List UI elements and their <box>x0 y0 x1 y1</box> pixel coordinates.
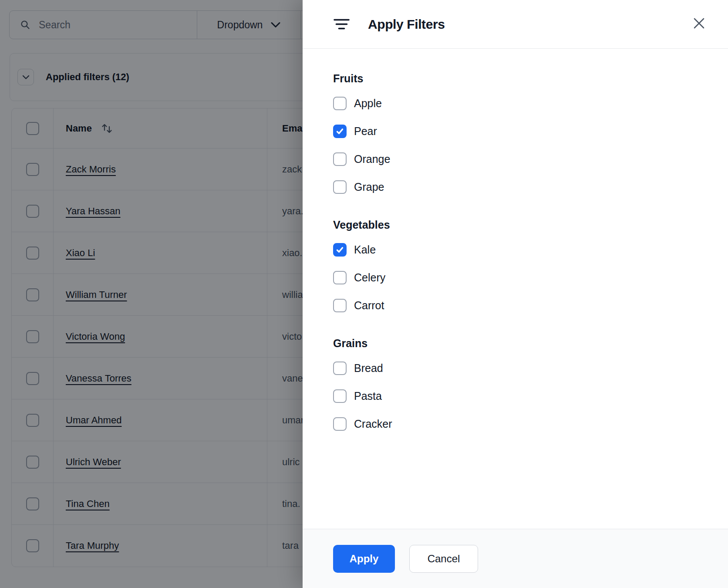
filter-option[interactable]: Pasta <box>333 387 698 405</box>
panel-body: Fruits Apple Pear Orange Grape <box>303 49 728 443</box>
filter-option-label: Carrot <box>354 299 384 312</box>
filter-option-label: Orange <box>354 153 390 166</box>
filter-option[interactable]: Grape <box>333 178 698 196</box>
checkbox[interactable] <box>333 299 347 312</box>
checkbox[interactable] <box>333 180 347 194</box>
filter-option-label: Cracker <box>354 418 392 430</box>
filter-option[interactable]: Celery <box>333 269 698 286</box>
checkmark-icon <box>336 127 344 135</box>
checkbox[interactable] <box>333 362 347 375</box>
checkbox[interactable] <box>333 152 347 166</box>
panel-header: Apply Filters <box>303 0 728 49</box>
cancel-button[interactable]: Cancel <box>409 545 478 573</box>
filter-option[interactable]: Pear <box>333 122 698 140</box>
filter-option-label: Grape <box>354 181 384 193</box>
filter-option[interactable]: Orange <box>333 150 698 168</box>
filter-group: Fruits Apple Pear Orange Grape <box>333 72 698 206</box>
panel-footer: Apply Cancel <box>303 529 728 588</box>
filter-group-options: Apple Pear Orange Grape <box>333 95 698 196</box>
close-icon <box>693 17 705 29</box>
checkbox[interactable] <box>333 125 347 138</box>
checkbox[interactable] <box>333 243 347 257</box>
filter-option[interactable]: Cracker <box>333 415 698 433</box>
filter-option[interactable]: Carrot <box>333 297 698 314</box>
filter-group: Grains Bread Pasta Cracker <box>333 337 698 443</box>
filter-option[interactable]: Kale <box>333 241 698 258</box>
filter-option-label: Celery <box>354 271 385 284</box>
apply-button[interactable]: Apply <box>333 545 395 573</box>
filter-option[interactable]: Apple <box>333 95 698 112</box>
screen: Dropdown Applied filters (12) N <box>0 0 728 588</box>
filter-option-label: Bread <box>354 362 383 375</box>
filter-group-title: Grains <box>333 337 698 350</box>
filter-option-label: Pasta <box>354 390 382 402</box>
filter-group: Vegetables Kale Celery Carrot <box>333 218 698 324</box>
close-button[interactable] <box>692 17 705 30</box>
checkbox[interactable] <box>333 389 347 403</box>
checkbox[interactable] <box>333 97 347 110</box>
filter-option-label: Apple <box>354 97 382 110</box>
apply-filters-panel: Apply Filters Fruits Apple Pear <box>303 0 728 588</box>
filter-option[interactable]: Bread <box>333 359 698 377</box>
filter-option-label: Pear <box>354 125 377 138</box>
filter-group-title: Vegetables <box>333 218 698 231</box>
checkbox[interactable] <box>333 417 347 431</box>
filter-icon <box>334 18 350 30</box>
filter-option-label: Kale <box>354 243 376 256</box>
checkbox[interactable] <box>333 271 347 284</box>
checkmark-icon <box>336 246 344 254</box>
filter-group-title: Fruits <box>333 72 698 85</box>
filter-group-options: Bread Pasta Cracker <box>333 359 698 433</box>
filter-group-options: Kale Celery Carrot <box>333 241 698 314</box>
panel-title: Apply Filters <box>368 17 445 32</box>
